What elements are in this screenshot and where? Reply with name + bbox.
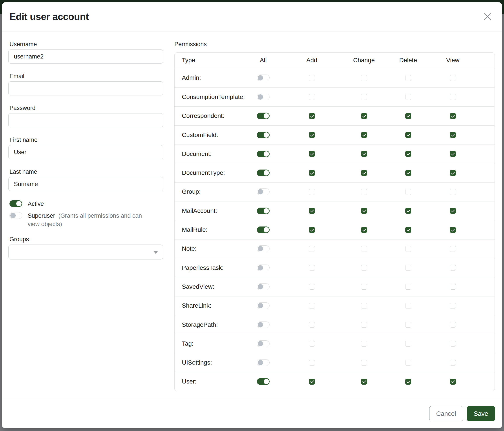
- permission-view-checkbox[interactable]: [450, 75, 456, 81]
- permission-add-checkbox[interactable]: [309, 379, 315, 385]
- permission-add-checkbox[interactable]: [309, 246, 315, 252]
- permission-view-checkbox[interactable]: [450, 151, 456, 157]
- superuser-toggle[interactable]: [9, 212, 22, 219]
- close-icon[interactable]: [482, 11, 493, 22]
- username-input[interactable]: [8, 49, 163, 63]
- permission-delete-checkbox[interactable]: [405, 170, 411, 176]
- groups-select[interactable]: [8, 244, 163, 260]
- permission-delete-checkbox[interactable]: [405, 284, 411, 290]
- permission-change-checkbox[interactable]: [361, 94, 367, 100]
- permission-change-checkbox[interactable]: [361, 189, 367, 195]
- permission-add-checkbox[interactable]: [309, 284, 315, 290]
- permission-add-checkbox[interactable]: [309, 170, 315, 176]
- permission-all-toggle[interactable]: [257, 170, 270, 176]
- permission-change-checkbox[interactable]: [361, 360, 367, 366]
- permission-view-checkbox[interactable]: [450, 227, 456, 233]
- permission-add-checkbox[interactable]: [309, 265, 315, 271]
- permission-view-checkbox[interactable]: [450, 379, 456, 385]
- save-button[interactable]: Save: [467, 406, 495, 421]
- permission-delete-checkbox[interactable]: [405, 151, 411, 157]
- permission-change-checkbox[interactable]: [361, 75, 367, 81]
- permission-view-checkbox[interactable]: [450, 322, 456, 328]
- password-input[interactable]: [8, 113, 163, 127]
- permission-change-checkbox[interactable]: [361, 379, 367, 385]
- permission-view-checkbox[interactable]: [450, 132, 456, 138]
- permission-view-checkbox[interactable]: [450, 284, 456, 290]
- permission-view-checkbox[interactable]: [450, 94, 456, 100]
- permission-change-checkbox[interactable]: [361, 227, 367, 233]
- permission-delete-checkbox[interactable]: [405, 94, 411, 100]
- cancel-button[interactable]: Cancel: [429, 406, 463, 421]
- permission-type-label: Group:: [175, 188, 241, 195]
- permission-view-checkbox[interactable]: [450, 189, 456, 195]
- permission-delete-checkbox[interactable]: [405, 113, 411, 119]
- permission-all-toggle[interactable]: [257, 132, 270, 138]
- permission-change-checkbox[interactable]: [361, 341, 367, 347]
- active-toggle[interactable]: [9, 200, 22, 207]
- column-header-delete: Delete: [390, 57, 426, 64]
- permission-all-toggle[interactable]: [257, 207, 270, 214]
- permission-all-toggle[interactable]: [257, 189, 270, 195]
- permission-change-checkbox[interactable]: [361, 208, 367, 214]
- permission-add-checkbox[interactable]: [309, 132, 315, 138]
- first-name-input[interactable]: [8, 145, 163, 159]
- permission-all-toggle[interactable]: [257, 302, 270, 309]
- permission-change-checkbox[interactable]: [361, 265, 367, 271]
- permission-add-checkbox[interactable]: [309, 189, 315, 195]
- permission-all-toggle[interactable]: [257, 359, 270, 366]
- permission-change-checkbox[interactable]: [361, 151, 367, 157]
- permission-change-checkbox[interactable]: [361, 113, 367, 119]
- permission-all-toggle[interactable]: [257, 341, 270, 347]
- permission-add-checkbox[interactable]: [309, 75, 315, 81]
- permission-all-toggle[interactable]: [257, 265, 270, 271]
- permission-delete-checkbox[interactable]: [405, 132, 411, 138]
- permission-all-toggle[interactable]: [257, 74, 270, 81]
- permission-delete-checkbox[interactable]: [405, 189, 411, 195]
- permission-add-checkbox[interactable]: [309, 94, 315, 100]
- permission-add-checkbox[interactable]: [309, 322, 315, 328]
- permission-delete-checkbox[interactable]: [405, 75, 411, 81]
- permission-change-checkbox[interactable]: [361, 322, 367, 328]
- permission-delete-checkbox[interactable]: [405, 379, 411, 385]
- permission-all-toggle[interactable]: [257, 322, 270, 328]
- email-input[interactable]: [8, 81, 163, 95]
- permission-view-checkbox[interactable]: [450, 246, 456, 252]
- permission-change-checkbox[interactable]: [361, 284, 367, 290]
- permission-add-checkbox[interactable]: [309, 341, 315, 347]
- column-header-type: Type: [175, 57, 241, 64]
- last-name-input[interactable]: [8, 177, 163, 191]
- permission-delete-checkbox[interactable]: [405, 265, 411, 271]
- permission-all-toggle[interactable]: [257, 378, 270, 385]
- permission-all-toggle[interactable]: [257, 113, 270, 119]
- permission-all-toggle[interactable]: [257, 226, 270, 233]
- permission-all-toggle[interactable]: [257, 94, 270, 100]
- permission-delete-checkbox[interactable]: [405, 303, 411, 309]
- page-title: Edit user account: [9, 11, 89, 22]
- permission-delete-checkbox[interactable]: [405, 322, 411, 328]
- permission-delete-checkbox[interactable]: [405, 246, 411, 252]
- permission-view-checkbox[interactable]: [450, 208, 456, 214]
- permission-delete-checkbox[interactable]: [405, 341, 411, 347]
- permission-view-checkbox[interactable]: [450, 341, 456, 347]
- permission-all-toggle[interactable]: [257, 151, 270, 157]
- permission-add-checkbox[interactable]: [309, 151, 315, 157]
- permission-view-checkbox[interactable]: [450, 360, 456, 366]
- permission-delete-checkbox[interactable]: [405, 208, 411, 214]
- permission-add-checkbox[interactable]: [309, 113, 315, 119]
- permission-change-checkbox[interactable]: [361, 170, 367, 176]
- permission-all-toggle[interactable]: [257, 245, 270, 252]
- permission-all-toggle[interactable]: [257, 283, 270, 290]
- permission-add-checkbox[interactable]: [309, 227, 315, 233]
- permission-change-checkbox[interactable]: [361, 246, 367, 252]
- permission-change-checkbox[interactable]: [361, 303, 367, 309]
- permission-view-checkbox[interactable]: [450, 113, 456, 119]
- permission-view-checkbox[interactable]: [450, 170, 456, 176]
- permission-view-checkbox[interactable]: [450, 303, 456, 309]
- permission-add-checkbox[interactable]: [309, 360, 315, 366]
- permission-delete-checkbox[interactable]: [405, 227, 411, 233]
- permission-add-checkbox[interactable]: [309, 208, 315, 214]
- permission-add-checkbox[interactable]: [309, 303, 315, 309]
- permission-change-checkbox[interactable]: [361, 132, 367, 138]
- permission-view-checkbox[interactable]: [450, 265, 456, 271]
- permission-delete-checkbox[interactable]: [405, 360, 411, 366]
